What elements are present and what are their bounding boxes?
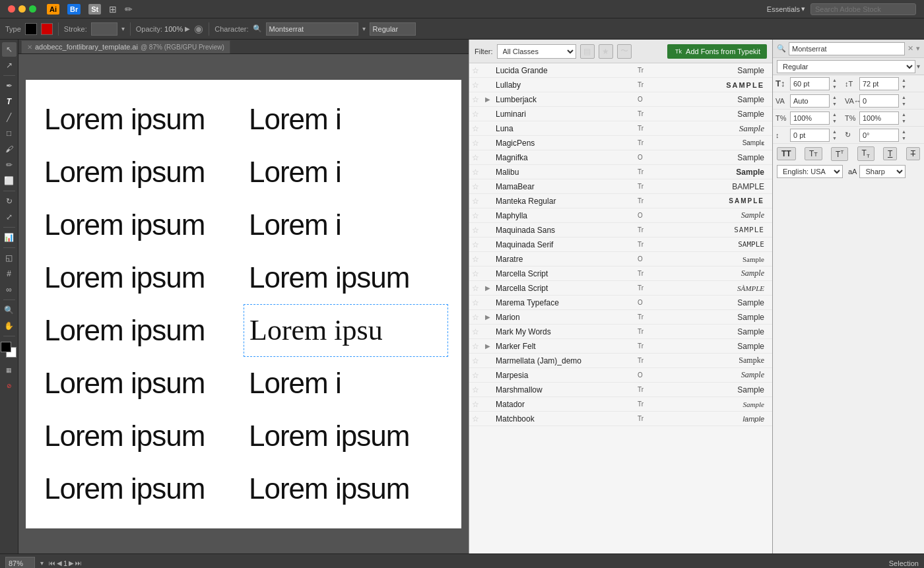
font-list-item[interactable]: ☆ Lucida Grande Tr Sample bbox=[469, 63, 772, 78]
wavy-filter-btn[interactable]: 〜 bbox=[617, 44, 632, 59]
direct-selection-tool[interactable]: ↗ bbox=[2, 58, 16, 73]
strikethrough-btn[interactable]: T bbox=[906, 147, 920, 160]
window-controls[interactable] bbox=[8, 5, 36, 13]
font-list-item[interactable]: ☆ Malibu Tr Sample bbox=[469, 165, 772, 179]
tracking-input[interactable] bbox=[859, 94, 899, 108]
page-nav-arrows[interactable]: ⏮ ◀ 1 ▶ ⏭ bbox=[49, 559, 82, 567]
circle-icon[interactable]: ◉ bbox=[194, 22, 203, 35]
font-star-icon[interactable]: ☆ bbox=[472, 356, 482, 365]
char-style-select[interactable]: Regular bbox=[777, 60, 915, 73]
font-list-item[interactable]: ☆ Lullaby Tr SAMPLE bbox=[469, 78, 772, 92]
font-list-item[interactable]: ☆ Maquinada Serif Tr SAMPLE bbox=[469, 237, 772, 252]
font-list-item[interactable]: ☆ Marmellata (Jam)_demo Tr Sampke bbox=[469, 354, 772, 368]
font-star-icon[interactable]: ☆ bbox=[472, 298, 482, 307]
color-swatches[interactable] bbox=[1, 342, 18, 359]
gradient-tool[interactable]: ◱ bbox=[2, 251, 16, 265]
font-star-icon[interactable]: ☆ bbox=[472, 124, 482, 133]
font-star-icon[interactable]: ☆ bbox=[472, 255, 482, 264]
font-expand-icon[interactable]: ▶ bbox=[485, 342, 493, 350]
font-list-item[interactable]: ☆ ▶ Marker Felt Tr Sample bbox=[469, 339, 772, 354]
font-star-icon[interactable]: ☆ bbox=[472, 327, 482, 336]
kerning-down[interactable]: ▼ bbox=[832, 101, 837, 108]
rotate-spinners[interactable]: ▲ ▼ bbox=[902, 129, 906, 142]
zoom-tool[interactable]: 🔍 bbox=[2, 303, 16, 317]
font-list-item[interactable]: ☆ MagicPens Tr Samplɛ bbox=[469, 136, 772, 150]
minimize-button[interactable] bbox=[18, 5, 26, 13]
font-list-item[interactable]: ☆ Marcella Script Tr Sample bbox=[469, 267, 772, 281]
font-size-input[interactable] bbox=[790, 77, 830, 90]
font-star-icon[interactable]: ☆ bbox=[472, 313, 482, 322]
hscale-up[interactable]: ▲ bbox=[832, 111, 837, 118]
none-swatch[interactable]: ⊘ bbox=[2, 379, 16, 393]
font-star-icon[interactable]: ☆ bbox=[472, 414, 482, 424]
sharp-select[interactable]: Sharp bbox=[859, 165, 906, 178]
font-list-item[interactable]: ☆ Marpesia O Sample bbox=[469, 368, 772, 383]
font-list-item[interactable]: ☆ Luna Tr Sample bbox=[469, 121, 772, 136]
font-list-item[interactable]: ☆ Marshmallow Tr Sample bbox=[469, 383, 772, 397]
font-star-icon[interactable]: ☆ bbox=[472, 269, 482, 278]
font-list-item[interactable]: ☆ Maquinada Sans Tr SAMPLE bbox=[469, 223, 772, 237]
font-expand-icon[interactable]: ▶ bbox=[485, 284, 493, 292]
all-caps-btn[interactable]: TT bbox=[777, 147, 796, 160]
vscale-down[interactable]: ▼ bbox=[902, 118, 906, 125]
font-list-item[interactable]: ☆ MamaBear Tr BAMPLE bbox=[469, 179, 772, 194]
font-star-icon[interactable]: ☆ bbox=[472, 385, 482, 394]
font-list-item[interactable]: ☆ Maphylla O Sample bbox=[469, 208, 772, 223]
font-style-input[interactable] bbox=[370, 22, 416, 36]
grid-view-btn[interactable]: ▤ bbox=[580, 44, 595, 59]
first-page-btn[interactable]: ⏮ bbox=[49, 559, 55, 567]
subscript-btn[interactable]: TT bbox=[857, 146, 874, 161]
leading-down[interactable]: ▼ bbox=[902, 84, 906, 90]
kerning-spinners[interactable]: ▲ ▼ bbox=[832, 94, 837, 108]
font-star-icon[interactable]: ☆ bbox=[472, 342, 482, 351]
font-star-icon[interactable]: ☆ bbox=[472, 80, 482, 90]
font-list-item[interactable]: ☆ ▶ Marion Tr Sample bbox=[469, 310, 772, 325]
rotate-up[interactable]: ▲ bbox=[902, 129, 906, 135]
zoom-input[interactable] bbox=[5, 557, 35, 569]
font-star-icon[interactable]: ☆ bbox=[472, 66, 482, 75]
rotate-tool[interactable]: ↻ bbox=[2, 194, 16, 208]
star-filter-btn[interactable]: ★ bbox=[599, 44, 613, 59]
font-star-icon[interactable]: ☆ bbox=[472, 153, 482, 162]
font-list-item[interactable]: ☆ Mark My Words Tr Sample bbox=[469, 325, 772, 339]
font-expand-icon[interactable]: ▶ bbox=[485, 96, 493, 103]
font-name-input[interactable] bbox=[266, 22, 358, 36]
canvas-tab[interactable]: ✕ adobecc_fontlibrary_template.ai @ 87% … bbox=[21, 40, 230, 53]
filter-select[interactable]: All Classes bbox=[497, 44, 576, 59]
font-list-item[interactable]: ☆ Matador Tr Sample bbox=[469, 397, 772, 412]
graph-tool[interactable]: 📊 bbox=[2, 230, 16, 245]
font-list-item[interactable]: ☆ Manteka Regular Tr SAMPLE bbox=[469, 194, 772, 208]
char-clear-icon[interactable]: ✕ bbox=[908, 44, 913, 53]
font-star-icon[interactable]: ☆ bbox=[472, 182, 482, 191]
font-list-item[interactable]: ☆ Marema Typeface O Sample bbox=[469, 296, 772, 310]
shape-tool[interactable]: □ bbox=[2, 126, 16, 141]
zoom-arrow[interactable]: ▾ bbox=[40, 559, 44, 567]
hscale-spinners[interactable]: ▲ ▼ bbox=[832, 111, 837, 125]
baseline-input[interactable] bbox=[790, 129, 830, 142]
font-star-icon[interactable]: ☆ bbox=[472, 284, 482, 293]
fill-swatch[interactable] bbox=[25, 23, 37, 35]
char-search-input[interactable] bbox=[789, 42, 905, 55]
rotate-down[interactable]: ▼ bbox=[902, 135, 906, 142]
paintbrush-tool[interactable]: 🖌 bbox=[2, 142, 16, 156]
prev-page-btn[interactable]: ◀ bbox=[57, 559, 62, 567]
pen-tool[interactable]: ✒ bbox=[2, 79, 16, 93]
hscale-down[interactable]: ▼ bbox=[832, 118, 837, 125]
kerning-up[interactable]: ▲ bbox=[832, 94, 837, 101]
baseline-up[interactable]: ▲ bbox=[832, 129, 837, 135]
superscript-btn[interactable]: TT bbox=[831, 147, 848, 161]
underline-btn[interactable]: T bbox=[883, 147, 897, 160]
font-list-item[interactable]: ☆ ▶ Lumberjack O Sample bbox=[469, 92, 772, 107]
pencil-tool[interactable]: ✏ bbox=[2, 158, 16, 172]
font-star-icon[interactable]: ☆ bbox=[472, 95, 482, 104]
font-list-item[interactable]: ☆ Matchbook Tr lample bbox=[469, 412, 772, 426]
font-size-spinners[interactable]: ▲ ▼ bbox=[832, 77, 837, 90]
canvas-viewport[interactable]: Lorem ipsum Lorem i Lorem ipsum Lorem i … bbox=[18, 54, 469, 553]
line-tool[interactable]: ╱ bbox=[2, 110, 16, 125]
essentials-button[interactable]: Essentials ▾ bbox=[767, 5, 805, 13]
stroke-arrow[interactable]: ▾ bbox=[121, 25, 125, 32]
font-star-icon[interactable]: ☆ bbox=[472, 168, 482, 177]
close-button[interactable] bbox=[8, 5, 15, 13]
scale-tool[interactable]: ⤢ bbox=[2, 210, 16, 224]
font-list-item[interactable]: ☆ Magnifka O Sample bbox=[469, 150, 772, 165]
